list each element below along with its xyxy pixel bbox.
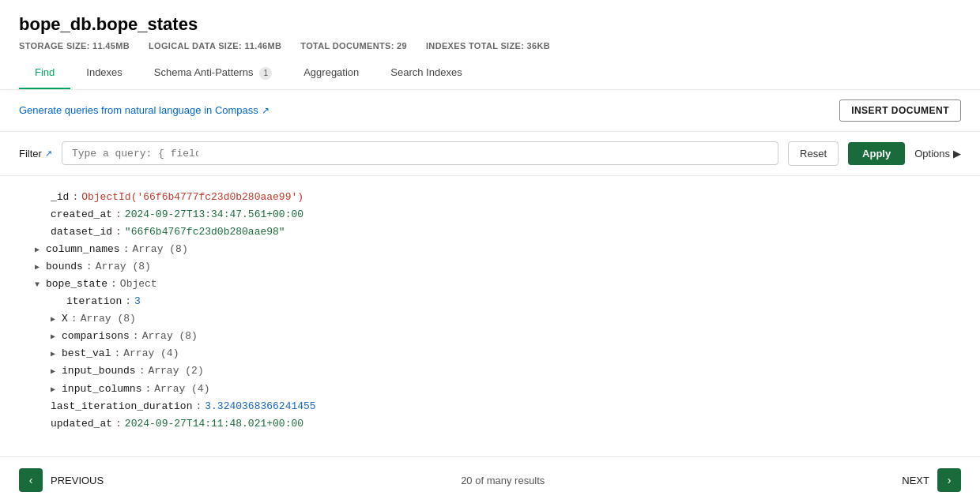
- filter-input-wrapper[interactable]: [62, 141, 778, 165]
- tab-search-indexes[interactable]: Search Indexes: [375, 58, 477, 89]
- field-key: column_names: [46, 241, 120, 258]
- field-value: 3: [134, 293, 141, 310]
- insert-document-button[interactable]: INSERT DOCUMENT: [839, 99, 961, 122]
- field-key: input_bounds: [62, 362, 136, 380]
- field-value: Array (4): [123, 345, 179, 362]
- field-key: dataset_id: [51, 223, 112, 241]
- chevron-right-icon: ▶: [953, 148, 961, 160]
- doc-field-line: created_at : 2024-09-27T13:34:47.561+00:…: [19, 206, 961, 223]
- tab-aggregation[interactable]: Aggregation: [288, 58, 375, 89]
- doc-field-line: ▶bounds : Array (8): [19, 258, 961, 276]
- tab-find[interactable]: Find: [19, 58, 70, 89]
- doc-field-line: ▶X : Array (8): [19, 310, 961, 328]
- field-key: last_iteration_duration: [51, 398, 192, 415]
- doc-field-line: ▶input_bounds : Array (2): [19, 362, 961, 380]
- field-key: created_at: [51, 206, 112, 223]
- expand-icon[interactable]: ▶: [51, 347, 55, 361]
- reset-button[interactable]: Reset: [788, 141, 839, 166]
- doc-field-line: ▶input_columns : Array (4): [19, 381, 961, 398]
- field-value: Array (8): [81, 310, 136, 328]
- field-key: bope_state: [46, 276, 107, 293]
- filter-help-icon: ↗: [45, 148, 52, 159]
- header: bope_db.bope_states STORAGE SIZE: 11.45M…: [0, 0, 980, 90]
- doc-field-line: last_iteration_duration : 3.324036836624…: [19, 398, 961, 415]
- options-button[interactable]: Options ▶: [914, 148, 961, 160]
- field-value: Array (2): [148, 362, 203, 380]
- field-value: 2024-09-27T14:11:48.021+00:00: [125, 415, 303, 433]
- document-content: _id : ObjectId('66f6b4777fc23d0b280aae99…: [0, 176, 980, 445]
- indexes-size: INDEXES TOTAL SIZE: 36KB: [426, 41, 550, 51]
- external-link-icon: ↗: [262, 105, 270, 116]
- field-value: 2024-09-27T13:34:47.561+00:00: [125, 206, 303, 223]
- field-value: Array (8): [142, 328, 198, 345]
- field-key: X: [62, 310, 68, 328]
- total-documents: TOTAL DOCUMENTS: 29: [300, 41, 407, 51]
- field-key: updated_at: [51, 415, 112, 433]
- field-value: Array (4): [154, 381, 209, 398]
- apply-button[interactable]: Apply: [848, 142, 905, 165]
- field-value: Array (8): [132, 241, 187, 258]
- expand-icon[interactable]: ▶: [51, 365, 55, 378]
- page-title: bope_db.bope_states: [19, 14, 961, 35]
- storage-size: STORAGE SIZE: 11.45MB: [19, 41, 130, 51]
- doc-field-line: _id : ObjectId('66f6b4777fc23d0b280aae99…: [19, 189, 961, 206]
- doc-field-line: updated_at : 2024-09-27T14:11:48.021+00:…: [19, 415, 961, 433]
- field-value: Array (8): [96, 258, 151, 276]
- doc-field-line: ▶best_val : Array (4): [19, 345, 961, 362]
- field-key: iteration: [66, 293, 122, 310]
- field-value: 3.3240368366241455: [205, 398, 315, 415]
- tab-indexes[interactable]: Indexes: [70, 58, 138, 89]
- expand-icon[interactable]: ▶: [35, 261, 40, 274]
- field-key: _id: [51, 189, 69, 206]
- expand-icon[interactable]: ▶: [35, 243, 40, 257]
- tabs: Find Indexes Schema Anti-Patterns 1 Aggr…: [19, 58, 961, 89]
- doc-field-line: iteration : 3: [19, 293, 961, 310]
- meta-bar: STORAGE SIZE: 11.45MB LOGICAL DATA SIZE:…: [19, 41, 961, 51]
- expand-icon[interactable]: ▶: [51, 330, 55, 343]
- filter-bar: Filter ↗ Reset Apply Options ▶: [0, 132, 980, 176]
- tab-schema[interactable]: Schema Anti-Patterns 1: [138, 58, 288, 89]
- field-key: comparisons: [62, 328, 130, 345]
- field-key: input_columns: [62, 381, 141, 398]
- toolbar: Generate queries from natural language i…: [0, 90, 980, 132]
- logical-data-size: LOGICAL DATA SIZE: 11.46MB: [149, 41, 281, 51]
- schema-badge: 1: [259, 67, 272, 80]
- field-key: best_val: [62, 345, 111, 362]
- doc-field-line: ▶column_names : Array (8): [19, 241, 961, 258]
- field-key: bounds: [46, 258, 83, 276]
- expand-icon[interactable]: ▼: [35, 278, 40, 291]
- expand-icon[interactable]: ▶: [51, 313, 55, 326]
- doc-field-line: ▼bope_state : Object: [19, 276, 961, 293]
- expand-icon[interactable]: ▶: [51, 383, 55, 396]
- doc-field-line: ▶comparisons : Array (8): [19, 328, 961, 345]
- field-value: Object: [120, 276, 157, 293]
- field-value: ObjectId('66f6b4777fc23d0b280aae99'): [81, 189, 303, 206]
- doc-field-line: dataset_id : "66f6b4767fc23d0b280aae98": [19, 223, 961, 241]
- filter-label: Filter ↗: [19, 148, 52, 160]
- filter-input[interactable]: [72, 148, 198, 160]
- compass-link[interactable]: Generate queries from natural language i…: [19, 104, 270, 116]
- field-value: "66f6b4767fc23d0b280aae98": [125, 223, 285, 241]
